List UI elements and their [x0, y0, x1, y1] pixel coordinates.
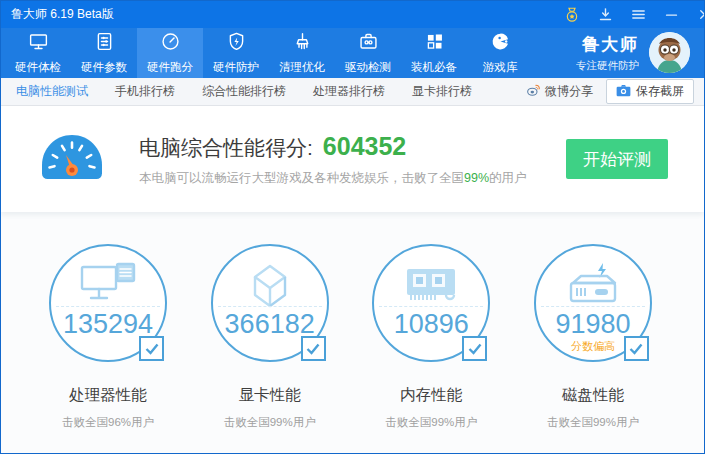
nav-label: 硬件参数 [81, 60, 127, 75]
download-icon[interactable] [596, 6, 614, 24]
disk-check-icon[interactable] [624, 336, 649, 361]
nav-item-hardware-protect[interactable]: 硬件防护 [203, 28, 269, 78]
gpu-check-icon[interactable] [301, 336, 326, 361]
score-section: 电脑综合性能得分: 604352 本电脑可以流畅运行大型游戏及各种发烧娱乐，击败… [1, 106, 704, 212]
brand-slogan: 专注硬件防护 [576, 59, 639, 73]
nav-label: 装机必备 [411, 60, 457, 75]
divider [541, 306, 645, 307]
score-text-block: 电脑综合性能得分: 604352 本电脑可以流畅运行大型游戏及各种发烧娱乐，击败… [139, 132, 527, 187]
weibo-icon [526, 83, 541, 100]
cpu-score-circle: 135294 [49, 244, 167, 362]
titlebar-icons [563, 6, 704, 24]
document-params-icon [94, 31, 115, 56]
camera-icon [616, 84, 631, 100]
score-cards: 135294 处理器性能 击败全国96%用户 366182 显卡性能 击败全国9… [1, 212, 704, 454]
memory-score-card: 10896 内存性能 击败全国99%用户 [352, 244, 510, 454]
overall-score-value: 604352 [323, 132, 406, 161]
save-screenshot-button[interactable]: 保存截屏 [606, 79, 694, 104]
brand-name: 鲁大师 [582, 33, 639, 56]
weibo-share-label: 微博分享 [545, 83, 593, 100]
subnav-item-cpu-ranking[interactable]: 处理器排行榜 [313, 83, 385, 100]
titlebar: 鲁大师 6.19 Beta版 [1, 1, 704, 28]
close-icon[interactable] [695, 6, 705, 24]
memory-icon [402, 261, 460, 313]
medal-icon[interactable] [563, 6, 581, 24]
cpu-card-title: 处理器性能 [69, 385, 147, 406]
window-title: 鲁大师 6.19 Beta版 [11, 6, 114, 23]
save-screenshot-label: 保存截屏 [636, 83, 684, 100]
memory-card-subtitle: 击败全国99%用户 [385, 415, 477, 430]
subnav-item-pc-benchmark[interactable]: 电脑性能测试 [16, 83, 88, 100]
mascot-avatar[interactable] [649, 32, 690, 73]
pacman-icon [490, 31, 511, 56]
nav-item-game-library[interactable]: 游戏库 [467, 28, 533, 78]
main-nav: 硬件体检 硬件参数 硬件跑分 硬件防护 清理优化 驱动检测 装机必备 [1, 28, 704, 78]
gauge-icon [160, 31, 181, 56]
shield-bolt-icon [226, 31, 247, 56]
brand-block: 鲁大师 专注硬件防护 [576, 28, 649, 78]
disk-score-circle: 91980 分数偏高 [534, 244, 652, 362]
nav-item-clean-optimize[interactable]: 清理优化 [269, 28, 335, 78]
subnav-item-gpu-ranking[interactable]: 显卡排行榜 [412, 83, 472, 100]
subnav-item-overall-ranking[interactable]: 综合性能排行榜 [202, 83, 286, 100]
memory-score-circle: 10896 [372, 244, 490, 362]
divider [218, 306, 322, 307]
gpu-score-circle: 366182 [211, 244, 329, 362]
score-description: 本电脑可以流畅运行大型游戏及各种发烧娱乐，击败了全国99%的用户 [139, 170, 527, 187]
nav-label: 硬件防护 [213, 60, 259, 75]
divider [56, 306, 160, 307]
score-title: 电脑综合性能得分: [139, 134, 313, 162]
subnav-item-phone-ranking[interactable]: 手机排行榜 [115, 83, 175, 100]
monitor-icon [28, 31, 49, 56]
nav-item-benchmark[interactable]: 硬件跑分 [137, 28, 203, 78]
grid-icon [424, 31, 445, 56]
nav-label: 清理优化 [279, 60, 325, 75]
nav-item-driver-detect[interactable]: 驱动检测 [335, 28, 401, 78]
divider [379, 306, 483, 307]
toolbox-icon [358, 31, 379, 56]
start-benchmark-button[interactable]: 开始评测 [566, 139, 668, 179]
broom-icon [292, 31, 313, 56]
nav-item-hardware-check[interactable]: 硬件体检 [5, 28, 71, 78]
app-window: 鲁大师 6.19 Beta版 硬件体检 硬件 [0, 0, 705, 454]
menu-icon[interactable] [629, 6, 647, 24]
disk-card-subtitle: 击败全国99%用户 [547, 415, 639, 430]
disk-card-title: 磁盘性能 [562, 385, 624, 406]
gpu-card-subtitle: 击败全国99%用户 [224, 415, 316, 430]
nav-label: 驱动检测 [345, 60, 391, 75]
disk-score-card: 91980 分数偏高 磁盘性能 击败全国99%用户 [514, 244, 672, 454]
weibo-share-button[interactable]: 微博分享 [526, 83, 593, 100]
subnav-right: 微博分享 保存截屏 [526, 79, 694, 104]
nav-label: 游戏库 [483, 60, 518, 75]
speedometer-icon [37, 129, 107, 189]
beat-percentage: 99% [464, 171, 489, 185]
nav-item-essentials[interactable]: 装机必备 [401, 28, 467, 78]
sub-nav: 电脑性能测试 手机排行榜 综合性能排行榜 处理器排行榜 显卡排行榜 微博分享 保… [1, 78, 704, 106]
minimize-icon[interactable] [662, 6, 680, 24]
memory-card-title: 内存性能 [400, 385, 462, 406]
nav-label: 硬件跑分 [147, 60, 193, 75]
nav-label: 硬件体检 [15, 60, 61, 75]
cpu-score-card: 135294 处理器性能 击败全国96%用户 [29, 244, 187, 454]
memory-check-icon[interactable] [462, 336, 487, 361]
cpu-card-subtitle: 击败全国96%用户 [62, 415, 154, 430]
nav-item-hardware-params[interactable]: 硬件参数 [71, 28, 137, 78]
gpu-card-title: 显卡性能 [239, 385, 301, 406]
gpu-score-card: 366182 显卡性能 击败全国99%用户 [191, 244, 349, 454]
cpu-check-icon[interactable] [139, 336, 164, 361]
